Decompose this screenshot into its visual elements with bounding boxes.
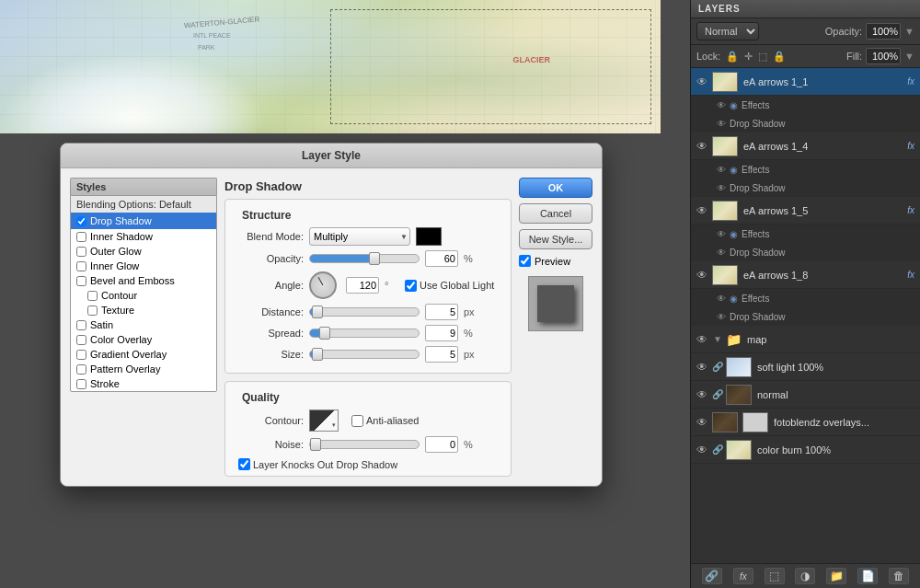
drop-shadow-title: Drop Shadow — [224, 178, 512, 199]
new-group-btn[interactable]: 📁 — [826, 568, 846, 584]
cancel-button[interactable]: Cancel — [519, 203, 592, 224]
layer-eye-ea-arrows-18[interactable]: 👁 — [695, 268, 709, 282]
anti-aliased-label[interactable]: Anti-aliased — [351, 415, 419, 427]
size-input[interactable] — [425, 346, 458, 363]
size-unit: px — [464, 349, 478, 360]
layer-ea-arrows-14[interactable]: 👁 eA arrows 1_4 fx — [691, 133, 920, 160]
layer-normal[interactable]: 👁 🔗 normal — [691, 381, 920, 409]
layer-ea-arrows-11[interactable]: 👁 eA arrows 1_1 fx — [691, 68, 920, 96]
layer-eye-soft-light[interactable]: 👁 — [695, 360, 709, 375]
satin-checkbox[interactable] — [76, 320, 86, 330]
add-adjustment-btn[interactable]: ◑ — [795, 568, 815, 584]
inner-glow-item[interactable]: Inner Glow — [71, 259, 216, 273]
inner-shadow-item[interactable]: Inner Shadow — [71, 229, 216, 244]
layer-knocks-label[interactable]: Layer Knocks Out Drop Shadow — [238, 458, 501, 470]
texture-item[interactable]: Texture — [71, 303, 216, 317]
contour-item[interactable]: Contour — [71, 288, 216, 303]
distance-input[interactable] — [425, 304, 458, 320]
layer-eye-color-burn[interactable]: 👁 — [695, 443, 709, 457]
gradient-overlay-checkbox[interactable] — [76, 350, 86, 360]
noise-input[interactable] — [425, 436, 458, 453]
new-style-button[interactable]: New Style... — [519, 229, 592, 249]
lock-all-icon[interactable]: 🔒 — [773, 51, 786, 63]
layer-eye-map[interactable]: 👁 — [695, 332, 709, 347]
layer-map-folder[interactable]: 👁 ▼ 📁 map — [691, 326, 920, 353]
opacity-input[interactable] — [425, 250, 458, 267]
layer-color-burn[interactable]: 👁 🔗 color burn 100% — [691, 436, 920, 464]
effect-dropshadow-eye-11[interactable]: 👁 — [717, 119, 726, 129]
layers-fill-input[interactable] — [866, 48, 901, 64]
lock-icon[interactable]: 🔒 — [726, 51, 739, 63]
layer-link-soft-light[interactable]: 🔗 — [712, 362, 723, 373]
layer-fotoblendz[interactable]: 👁 fotoblendz overlays... — [691, 409, 920, 436]
effect-dropshadow-eye-18[interactable]: 👁 — [717, 312, 726, 322]
angle-input[interactable] — [346, 277, 379, 294]
lock-pixels-icon[interactable]: ⬚ — [758, 51, 767, 63]
add-fx-btn[interactable]: fx — [733, 568, 753, 584]
color-overlay-checkbox[interactable] — [76, 335, 86, 345]
preview-checkbox[interactable] — [519, 255, 531, 267]
blend-mode-select[interactable]: Multiply Normal Screen Overlay — [309, 227, 410, 246]
add-mask-btn[interactable]: ⬚ — [765, 568, 785, 584]
layer-link-normal[interactable]: 🔗 — [712, 389, 723, 400]
shadow-color-swatch[interactable] — [416, 227, 442, 246]
angle-dial[interactable] — [309, 271, 337, 299]
layer-eye-ea-arrows-15[interactable]: 👁 — [695, 203, 709, 218]
ok-button[interactable]: OK — [519, 178, 592, 198]
opacity-slider[interactable] — [309, 254, 420, 263]
bevel-emboss-checkbox[interactable] — [76, 276, 86, 286]
drop-shadow-item[interactable]: Drop Shadow — [71, 213, 216, 229]
use-global-light-label[interactable]: Use Global Light — [405, 280, 494, 292]
effect-eye-11[interactable]: 👁 — [717, 100, 726, 110]
spread-slider[interactable] — [309, 329, 420, 338]
layer-ea-arrows-15[interactable]: 👁 eA arrows 1_5 fx — [691, 197, 920, 225]
link-layers-btn[interactable]: 🔗 — [702, 568, 722, 584]
color-overlay-item[interactable]: Color Overlay — [71, 332, 216, 347]
layer-soft-light[interactable]: 👁 🔗 soft light 100% — [691, 353, 920, 381]
effect-dropshadow-eye-14[interactable]: 👁 — [717, 183, 726, 193]
pattern-overlay-item[interactable]: Pattern Overlay — [71, 362, 216, 376]
outer-glow-checkbox[interactable] — [76, 247, 86, 257]
layer-thumb-normal — [726, 385, 752, 405]
texture-checkbox[interactable] — [87, 306, 98, 316]
layer-eye-fotoblendz[interactable]: 👁 — [695, 415, 709, 430]
layer-knocks-text: Layer Knocks Out Drop Shadow — [253, 459, 397, 470]
blending-options-item[interactable]: Blending Options: Default — [71, 196, 216, 213]
delete-layer-btn[interactable]: 🗑 — [889, 568, 909, 584]
bevel-emboss-item[interactable]: Bevel and Emboss — [71, 273, 216, 288]
inner-shadow-checkbox[interactable] — [76, 232, 86, 242]
new-layer-btn[interactable]: 📄 — [857, 568, 878, 584]
noise-slider[interactable] — [309, 440, 420, 449]
effect-eye-18[interactable]: 👁 — [717, 294, 726, 304]
distance-slider[interactable] — [309, 307, 420, 317]
layer-knocks-checkbox[interactable] — [238, 458, 250, 470]
layer-expand-map[interactable]: ▼ — [712, 334, 723, 345]
pattern-overlay-checkbox[interactable] — [76, 364, 86, 375]
layer-eye-normal[interactable]: 👁 — [695, 387, 709, 402]
stroke-checkbox[interactable] — [76, 379, 86, 389]
outer-glow-item[interactable]: Outer Glow — [71, 244, 216, 259]
layer-eye-ea-arrows-14[interactable]: 👁 — [695, 139, 709, 154]
contour-checkbox[interactable] — [87, 291, 98, 301]
layers-blend-select[interactable]: Normal Multiply Screen — [696, 22, 759, 40]
stroke-item[interactable]: Stroke — [71, 376, 216, 391]
inner-glow-checkbox[interactable] — [76, 261, 86, 271]
layer-eye-ea-arrows-11[interactable]: 👁 — [695, 75, 709, 89]
use-global-light-checkbox[interactable] — [405, 280, 417, 292]
layer-link-color-burn[interactable]: 🔗 — [712, 444, 723, 455]
spread-input[interactable] — [425, 325, 458, 341]
layers-opacity-input[interactable] — [866, 23, 901, 40]
structure-section: Structure Blend Mode: Multiply Normal Sc… — [224, 199, 512, 374]
lock-move-icon[interactable]: ✛ — [744, 51, 753, 63]
contour-swatch[interactable]: ▾ — [309, 409, 339, 432]
anti-aliased-checkbox[interactable] — [351, 415, 363, 427]
drop-shadow-checkbox[interactable] — [76, 216, 86, 226]
preview-checkbox-label[interactable]: Preview — [519, 255, 592, 267]
gradient-overlay-item[interactable]: Gradient Overlay — [71, 347, 216, 362]
effect-eye-14[interactable]: 👁 — [717, 165, 726, 175]
effect-dropshadow-eye-15[interactable]: 👁 — [717, 248, 726, 258]
effect-eye-15[interactable]: 👁 — [717, 229, 726, 239]
layer-ea-arrows-18[interactable]: 👁 eA arrows 1_8 fx — [691, 261, 920, 289]
satin-item[interactable]: Satin — [71, 317, 216, 332]
size-slider[interactable] — [309, 350, 420, 359]
